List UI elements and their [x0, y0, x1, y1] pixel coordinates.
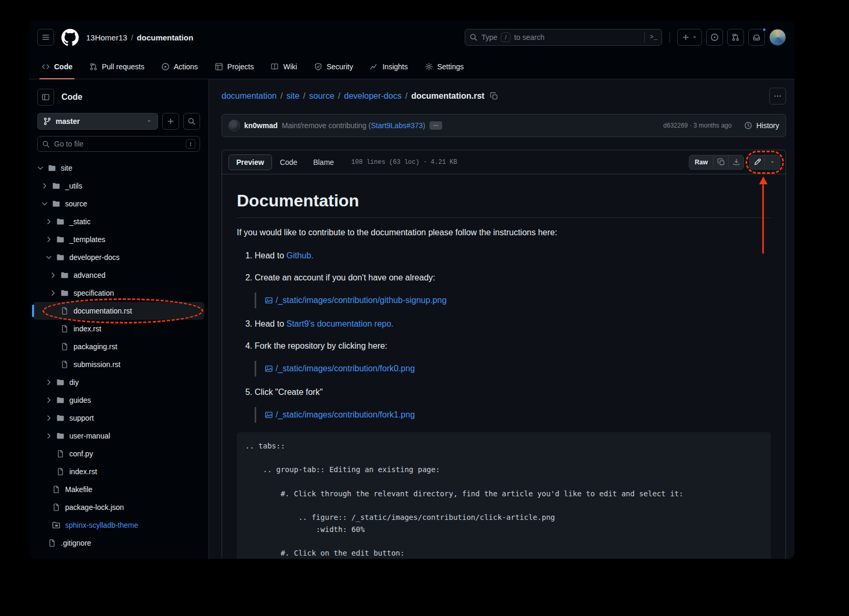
tree-item-source[interactable]: source — [33, 195, 204, 213]
breadcrumb-repo-link[interactable]: documentation — [222, 91, 277, 101]
breadcrumb-source-link[interactable]: source — [309, 91, 334, 101]
tree-item-_utils[interactable]: _utils — [33, 177, 204, 195]
chevron-right-icon[interactable] — [49, 271, 57, 279]
tab-security[interactable]: Security — [308, 54, 360, 79]
search-repo-button[interactable] — [183, 113, 200, 130]
step-link[interactable]: Github. — [286, 251, 313, 260]
chevron-right-icon[interactable] — [45, 217, 53, 226]
raw-button[interactable]: Raw — [689, 155, 714, 170]
tree-item-.gitignore[interactable]: .gitignore — [33, 534, 204, 552]
tree-item-_static[interactable]: _static — [33, 213, 204, 231]
global-search-input[interactable]: Type / to search >_ — [465, 29, 662, 46]
tab-blame[interactable]: Blame — [305, 154, 342, 170]
user-avatar[interactable] — [769, 29, 786, 46]
tree-item-advanced[interactable]: advanced — [33, 266, 204, 284]
folder-icon — [60, 271, 69, 279]
tree-item-specification[interactable]: specification — [33, 284, 204, 302]
tab-projects[interactable]: Projects — [208, 54, 260, 79]
tab-wiki[interactable]: Wiki — [264, 54, 303, 79]
t-key-badge: t — [186, 139, 195, 149]
tree-item-support[interactable]: support — [33, 409, 204, 427]
image-blockquote: /_static/images/contribution/fork1.png — [255, 407, 771, 423]
tree-item-label: index.rst — [69, 467, 97, 476]
commit-author-link[interactable]: kn0wmad — [244, 121, 278, 130]
breadcrumb-site-link[interactable]: site — [286, 91, 299, 101]
tab-settings[interactable]: Settings — [418, 54, 470, 79]
copy-path-button[interactable] — [490, 92, 498, 100]
instruction-step: Click "Create fork"/_static/images/contr… — [255, 386, 771, 423]
folder-icon — [48, 164, 56, 172]
chevron-right-icon[interactable] — [45, 378, 53, 387]
breadcrumb-developer-docs-link[interactable]: developer-docs — [344, 91, 401, 101]
copy-icon — [717, 158, 725, 166]
edit-dropdown-button[interactable] — [764, 155, 780, 170]
chevron-down-icon[interactable] — [36, 164, 45, 172]
go-to-file-input[interactable]: Go to file t — [37, 136, 200, 152]
chevron-right-icon[interactable] — [45, 432, 53, 440]
tab-preview[interactable]: Preview — [228, 154, 272, 170]
image-link[interactable]: /_static/images/contribution/fork0.png — [276, 362, 415, 375]
tree-item-guides[interactable]: guides — [33, 391, 204, 409]
gear-icon — [425, 62, 433, 71]
tree-item-label: _static — [69, 217, 90, 226]
pull-requests-button[interactable] — [727, 29, 744, 46]
tree-item-site[interactable]: site — [33, 159, 204, 177]
tree-item-sphinx-scylladb-theme[interactable]: sphinx-scylladb-theme — [33, 516, 204, 534]
file-icon — [56, 450, 65, 458]
branch-selector[interactable]: master — [37, 113, 158, 130]
tree-item-user-manual[interactable]: user-manual — [33, 427, 204, 445]
tab-code[interactable]: Code — [35, 54, 79, 79]
chevron-down-icon[interactable] — [40, 200, 49, 208]
more-options-button[interactable] — [769, 88, 786, 105]
commit-issue-link[interactable]: Start9Labs#373 — [371, 121, 423, 130]
chevron-right-icon[interactable] — [45, 235, 53, 244]
instruction-step: Create an account if you don't have one … — [255, 272, 771, 308]
collapse-sidebar-button[interactable] — [37, 89, 54, 106]
command-palette-icon[interactable]: >_ — [644, 32, 657, 43]
tree-item-makefile[interactable]: Makefile — [33, 481, 204, 498]
tree-item-package-lock.json[interactable]: package-lock.json — [33, 498, 204, 516]
header-divider — [669, 32, 670, 43]
chevron-right-icon[interactable] — [49, 289, 57, 297]
image-link[interactable]: /_static/images/contribution/github-sign… — [276, 294, 447, 307]
chevron-down-icon[interactable] — [45, 253, 53, 262]
tab-pull-requests[interactable]: Pull requests — [83, 54, 151, 79]
github-logo[interactable] — [61, 29, 79, 46]
tab-insights[interactable]: Insights — [363, 54, 414, 79]
tree-item-diy[interactable]: diy — [33, 373, 204, 391]
instruction-step: Fork the repository by clicking here:/_s… — [255, 340, 771, 377]
commit-author-avatar[interactable] — [228, 120, 240, 131]
chevron-right-icon[interactable] — [45, 396, 53, 404]
issues-button[interactable] — [706, 29, 723, 46]
chevron-right-icon[interactable] — [45, 414, 53, 422]
commit-description-toggle[interactable] — [429, 121, 442, 130]
tree-item-index.rst[interactable]: index.rst — [33, 320, 204, 338]
image-link[interactable]: /_static/images/contribution/fork1.png — [276, 409, 415, 421]
tree-item-index.rst[interactable]: index.rst — [33, 463, 204, 481]
add-file-button[interactable] — [162, 113, 179, 130]
tree-item-developer-docs[interactable]: developer-docs — [33, 248, 204, 266]
owner-link[interactable]: 13Homer13 — [86, 33, 127, 42]
tree-item-label: .gitignore — [61, 539, 91, 547]
copy-file-button[interactable] — [713, 155, 729, 170]
tree-item-documentation.rst[interactable]: documentation.rst — [33, 302, 204, 320]
tab-actions[interactable]: Actions — [155, 54, 204, 79]
create-new-button[interactable] — [677, 29, 702, 46]
step-link[interactable]: Start9's documentation repo. — [286, 319, 393, 328]
tree-item-_templates[interactable]: _templates — [33, 231, 204, 248]
download-button[interactable] — [728, 155, 744, 170]
commit-sha-link[interactable]: d632269 — [663, 122, 688, 129]
edit-button-group — [749, 155, 780, 170]
folder-icon — [56, 432, 65, 440]
edit-file-button[interactable] — [749, 155, 765, 170]
tab-label: Security — [327, 62, 353, 71]
tree-item-conf.py[interactable]: conf.py — [33, 445, 204, 463]
repo-link[interactable]: documentation — [137, 33, 194, 42]
raw-button-group: Raw — [689, 155, 744, 170]
hamburger-menu-button[interactable] — [37, 29, 54, 46]
history-button[interactable]: History — [744, 121, 779, 130]
chevron-right-icon[interactable] — [40, 182, 49, 190]
tree-item-packaging.rst[interactable]: packaging.rst — [33, 338, 204, 356]
tree-item-submission.rst[interactable]: submission.rst — [33, 356, 204, 373]
tab-code-view[interactable]: Code — [272, 154, 305, 170]
